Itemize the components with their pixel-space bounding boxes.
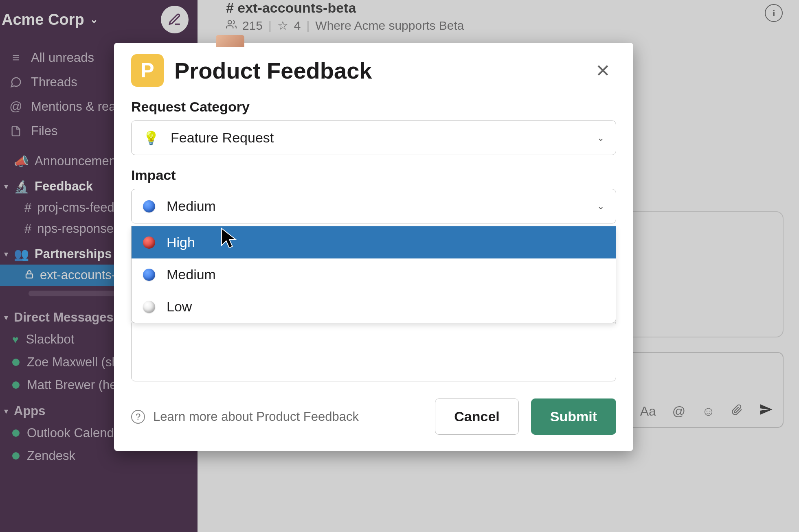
- impact-label: Impact: [131, 167, 616, 183]
- impact-option-low[interactable]: Low: [132, 291, 616, 323]
- blue-dot-icon: [143, 200, 155, 212]
- help-icon: ?: [131, 410, 145, 424]
- category-label: Request Category: [131, 99, 616, 115]
- red-dot-icon: [143, 236, 155, 249]
- impact-option-medium[interactable]: Medium: [132, 258, 616, 291]
- details-textarea[interactable]: [131, 320, 616, 381]
- chevron-down-icon: ⌄: [597, 133, 604, 143]
- option-label: Low: [167, 299, 192, 315]
- category-value: Feature Request: [171, 130, 274, 146]
- close-icon: ✕: [595, 61, 610, 81]
- submit-button[interactable]: Submit: [531, 398, 616, 435]
- lightbulb-icon: 💡: [143, 130, 159, 146]
- avatar: [216, 35, 244, 47]
- category-select[interactable]: 💡 Feature Request ⌄: [131, 120, 616, 155]
- modal-title: Product Feedback: [174, 57, 372, 84]
- product-feedback-modal: P Product Feedback ✕ Request Category 💡 …: [114, 43, 633, 451]
- option-label: High: [167, 234, 195, 250]
- learn-more-link[interactable]: ? Learn more about Product Feedback: [131, 409, 359, 424]
- white-dot-icon: [143, 301, 155, 313]
- app-badge: P: [131, 54, 164, 87]
- impact-option-high[interactable]: High: [132, 226, 616, 258]
- impact-select[interactable]: Medium ⌄: [131, 189, 616, 223]
- learn-more-text: Learn more about Product Feedback: [153, 409, 359, 424]
- impact-value: Medium: [167, 198, 216, 214]
- chevron-down-icon: ⌄: [597, 201, 604, 212]
- badge-letter: P: [140, 59, 154, 82]
- impact-dropdown: High Medium Low: [131, 226, 616, 323]
- close-button[interactable]: ✕: [590, 57, 616, 84]
- option-label: Medium: [167, 267, 216, 282]
- blue-dot-icon: [143, 269, 155, 281]
- cancel-button[interactable]: Cancel: [435, 398, 519, 435]
